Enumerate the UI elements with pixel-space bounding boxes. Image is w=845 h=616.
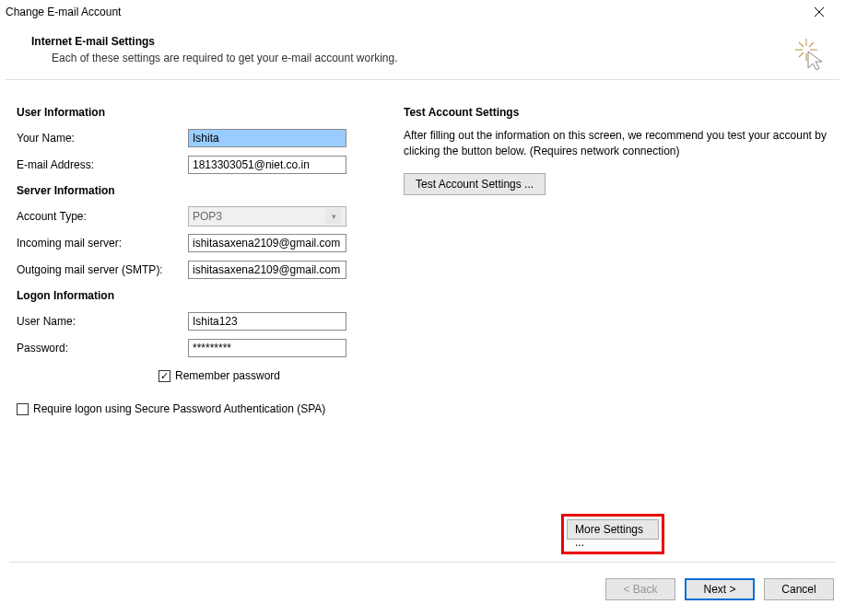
cursor-star-icon [793,37,828,72]
remember-password-label: Remember password [175,369,280,382]
password-label: Password: [17,342,188,354]
close-icon [814,6,825,17]
back-button: < Back [605,578,675,600]
outgoing-server-input[interactable] [188,261,346,279]
remember-password-row[interactable]: Remember password [158,369,394,382]
account-type-select: POP3 ▾ [188,206,346,227]
username-label: User Name: [17,315,188,328]
left-column: User Information Your Name: E-mail Addre… [17,106,394,415]
server-info-heading: Server Information [17,184,394,197]
header-title: Internet E-mail Settings [31,35,814,48]
titlebar: Change E-mail Account [0,0,845,24]
remember-password-checkbox[interactable] [158,370,170,382]
username-row: User Name: [17,311,394,331]
outgoing-server-label: Outgoing mail server (SMTP): [17,263,188,276]
account-type-label: Account Type: [17,210,188,223]
email-address-row: E-mail Address: [17,155,394,175]
password-input[interactable] [188,339,346,357]
spa-label: Require logon using Secure Password Auth… [33,402,325,415]
header-section: Internet E-mail Settings Each of these s… [6,24,839,80]
your-name-input[interactable] [188,129,346,147]
incoming-server-input[interactable] [188,234,346,252]
svg-line-7 [799,52,804,57]
spa-checkbox[interactable] [17,403,29,415]
footer-buttons: < Back Next > Cancel [605,578,834,600]
test-settings-heading: Test Account Settings [404,106,836,119]
more-settings-button[interactable]: More Settings ... [567,519,659,540]
svg-line-4 [799,42,804,47]
chevron-down-icon: ▾ [325,208,342,225]
incoming-server-label: Incoming mail server: [17,237,188,250]
right-column: Test Account Settings After filling out … [394,106,836,415]
window-title: Change E-mail Account [6,6,121,18]
incoming-server-row: Incoming mail server: [17,233,394,253]
svg-line-6 [809,42,814,47]
test-account-settings-button[interactable]: Test Account Settings ... [404,173,546,195]
footer-divider [9,562,836,563]
account-type-row: Account Type: POP3 ▾ [17,206,394,227]
cancel-button[interactable]: Cancel [764,578,834,600]
outgoing-server-row: Outgoing mail server (SMTP): [17,260,394,280]
your-name-label: Your Name: [17,132,188,145]
more-settings-highlight: More Settings ... [561,514,664,554]
header-subtitle: Each of these settings are required to g… [52,52,814,64]
spa-row[interactable]: Require logon using Secure Password Auth… [17,402,394,415]
account-type-value: POP3 [193,210,222,223]
email-address-label: E-mail Address: [17,158,188,171]
next-button[interactable]: Next > [685,578,755,600]
your-name-row: Your Name: [17,128,394,148]
test-settings-description: After filling out the information on thi… [404,128,836,160]
close-button[interactable] [801,1,838,23]
username-input[interactable] [188,312,346,331]
logon-info-heading: Logon Information [17,289,394,302]
content-area: User Information Your Name: E-mail Addre… [0,80,845,415]
email-address-input[interactable] [188,156,346,174]
user-info-heading: User Information [17,106,394,119]
password-row: Password: [17,338,394,358]
